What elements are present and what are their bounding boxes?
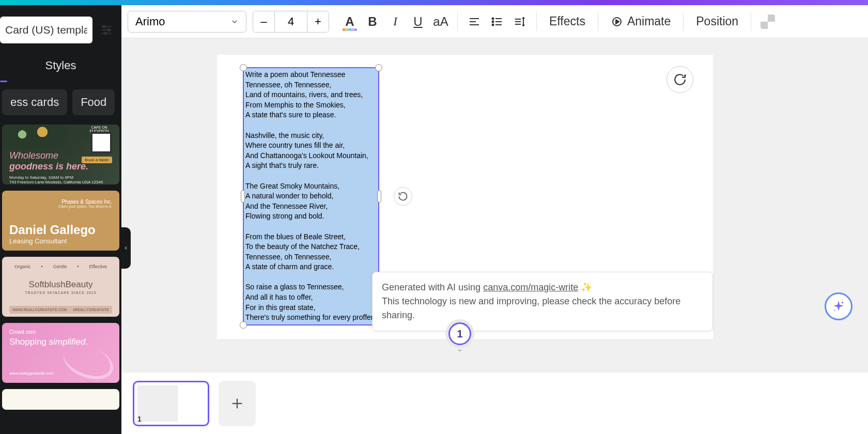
regenerate-button[interactable] xyxy=(667,66,693,93)
template-badge: Book a table! xyxy=(82,157,112,163)
chevron-down-icon[interactable] xyxy=(455,346,464,355)
template-search-input[interactable] xyxy=(0,17,92,43)
template-card-5[interactable] xyxy=(2,389,119,410)
svg-point-1 xyxy=(103,25,105,27)
template-tag: Gentle xyxy=(53,264,67,269)
resize-handle-mr[interactable] xyxy=(377,190,381,203)
template-url: #REALLYGREATSITE xyxy=(73,308,109,312)
tooltip-text: This technology is new and improving, pl… xyxy=(382,295,703,322)
svg-point-9 xyxy=(492,18,494,19)
chip-business-cards[interactable]: ess cards xyxy=(2,89,67,115)
sparkle-icon: ✨ xyxy=(578,282,592,292)
increase-size-button[interactable]: + xyxy=(307,11,329,32)
window-titlebar-gradient xyxy=(0,0,868,5)
template-logo: Phases & Spaces Inc. xyxy=(9,197,112,205)
page-thumbnails: 1 xyxy=(121,372,868,434)
position-button[interactable]: Position xyxy=(689,14,746,28)
plus-icon xyxy=(230,396,244,411)
italic-button[interactable]: I xyxy=(384,10,407,33)
effects-button[interactable]: Effects xyxy=(542,14,593,28)
canvas-viewport[interactable]: Write a poem about Tennessee Tennessee, … xyxy=(121,38,868,372)
list-button[interactable] xyxy=(486,10,508,33)
divider xyxy=(751,12,751,31)
chip-food[interactable]: Food xyxy=(72,89,115,115)
magic-fab-button[interactable] xyxy=(825,292,853,320)
page-thumbnail-1[interactable]: 1 xyxy=(133,381,209,426)
divider xyxy=(683,12,684,31)
template-url: WWW.REALLYGREATSITE.COM xyxy=(12,308,67,312)
resize-handle-tr[interactable] xyxy=(375,64,382,71)
template-logo-sub: Claim your space. You deserve it. xyxy=(9,205,112,208)
divider xyxy=(457,12,458,31)
animate-button[interactable]: Animate xyxy=(603,14,678,28)
template-brand: SoftblushBeauty xyxy=(9,280,112,290)
selected-textbox[interactable]: Write a poem about Tennessee Tennessee, … xyxy=(243,67,379,326)
thumbnail-number: 1 xyxy=(137,415,142,424)
bold-button[interactable]: B xyxy=(361,10,384,33)
text-toolbar: Arimo – 4 + A B I U aA xyxy=(121,5,868,38)
transparency-button[interactable] xyxy=(756,10,779,33)
underline-button[interactable]: U xyxy=(407,10,429,33)
template-since: TRUSTED SKINCARE SINCE 2015 xyxy=(9,291,112,295)
align-button[interactable] xyxy=(463,10,486,33)
templates-sidebar: Styles ess cards Food CAFE ON ELEVENTH B… xyxy=(0,5,121,434)
spacing-button[interactable] xyxy=(508,10,531,33)
divider xyxy=(598,12,598,31)
sparkle-icon xyxy=(832,300,845,313)
color-swatch-icon xyxy=(343,28,357,31)
rotate-handle[interactable] xyxy=(394,187,412,206)
qr-icon xyxy=(90,132,112,153)
textbox-content[interactable]: Write a poem about Tennessee Tennessee, … xyxy=(245,70,377,323)
collapse-sidebar-icon[interactable] xyxy=(121,227,131,269)
divider xyxy=(536,12,537,31)
template-card-2[interactable]: Phases & Spaces Inc. Claim your space. Y… xyxy=(2,191,119,251)
template-card-4[interactable]: Crowd zero Shopping simplified. www.real… xyxy=(2,323,119,383)
tooltip-text: Generated with AI using xyxy=(382,282,483,292)
rotate-icon xyxy=(398,191,408,202)
magic-write-link[interactable]: canva.com/magic-write xyxy=(483,282,578,292)
food-image xyxy=(2,125,69,149)
text-case-button[interactable]: aA xyxy=(429,10,452,33)
page-number-badge[interactable]: 1 xyxy=(448,322,471,345)
resize-handle-tl[interactable] xyxy=(240,64,247,71)
template-card-1[interactable]: CAFE ON ELEVENTH Book a table! Wholesome… xyxy=(2,125,119,184)
template-card-3[interactable]: Organic• Gentle• Effective SoftblushBeau… xyxy=(2,257,119,317)
svg-point-5 xyxy=(104,32,106,34)
svg-point-21 xyxy=(842,302,843,303)
svg-point-11 xyxy=(492,21,494,22)
svg-point-3 xyxy=(107,29,110,31)
add-page-button[interactable] xyxy=(219,381,256,426)
refresh-icon xyxy=(673,73,687,86)
font-select[interactable]: Arimo xyxy=(128,11,246,33)
font-name: Arimo xyxy=(135,15,165,28)
template-name: Daniel Gallego xyxy=(9,223,112,237)
design-canvas[interactable]: Write a poem about Tennessee Tennessee, … xyxy=(217,55,713,339)
ai-disclaimer-tooltip: Generated with AI using canva.com/magic-… xyxy=(372,272,713,331)
template-meta: Monday to Saturday, 10AM to 8PM 743 Free… xyxy=(9,175,112,184)
transparency-icon xyxy=(761,14,775,29)
resize-handle-bl[interactable] xyxy=(240,321,247,329)
text-color-button[interactable]: A xyxy=(338,10,361,33)
template-shop: Shopping simplified. xyxy=(9,337,112,347)
template-tag: Effective xyxy=(89,264,107,269)
template-tag: Organic xyxy=(14,264,31,269)
template-role: Leasing Consultant xyxy=(9,237,112,245)
svg-point-13 xyxy=(492,24,494,25)
filter-icon[interactable] xyxy=(97,20,116,40)
template-crowd: Crowd zero xyxy=(9,329,112,335)
svg-point-22 xyxy=(834,310,835,311)
font-size-value[interactable]: 4 xyxy=(275,11,307,32)
decrease-size-button[interactable]: – xyxy=(253,11,275,32)
chevron-down-icon xyxy=(230,18,239,26)
animate-icon xyxy=(611,16,623,28)
tab-styles[interactable]: Styles xyxy=(0,49,121,78)
font-size-group: – 4 + xyxy=(253,11,329,33)
resize-handle-ml[interactable] xyxy=(241,190,245,203)
